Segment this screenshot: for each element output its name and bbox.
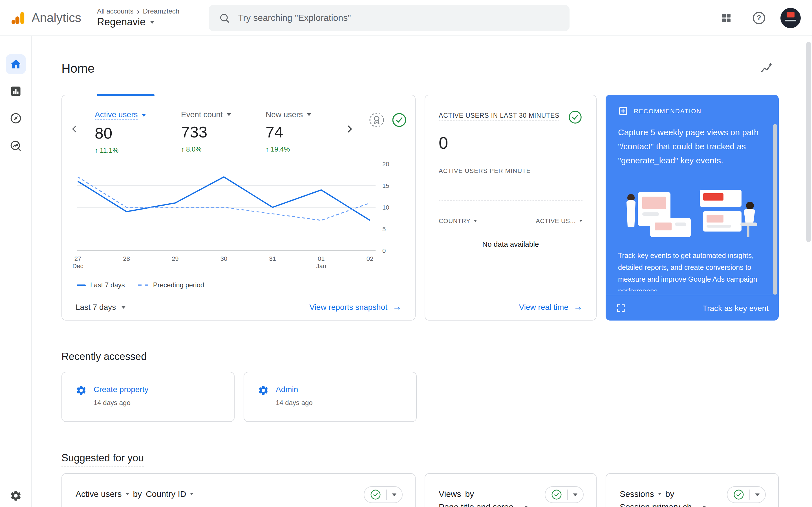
page-scrollbar-thumb[interactable] xyxy=(806,42,811,242)
caret-down-icon xyxy=(658,493,661,495)
dimension-selector[interactable]: Country ID xyxy=(146,487,186,500)
active-users-chart-container: 0510152027Dec2829303101Jan02 xyxy=(73,157,405,275)
nav-explore[interactable] xyxy=(6,108,26,128)
tab-event-count[interactable]: Event count 733 ↑ 8.0% xyxy=(181,110,266,154)
svg-text:30: 30 xyxy=(220,255,227,262)
arrow-right-icon: → xyxy=(573,302,582,312)
active-users-column-header[interactable]: ACTIVE US... xyxy=(536,217,582,224)
legend-label: Preceding period xyxy=(153,281,204,289)
metric-selector[interactable]: Sessions xyxy=(620,487,654,500)
recent-item-create-property[interactable]: Create property 14 days ago xyxy=(61,372,235,422)
global-search[interactable] xyxy=(209,5,569,31)
tab-active-users[interactable]: Active users 80 ↑ 11.1% xyxy=(95,110,181,154)
per-minute-sparkline xyxy=(439,200,582,201)
recommendation-eyebrow: RECOMMENDATION xyxy=(634,108,702,114)
google-analytics-app: Analytics All accounts › Dreamztech Rege… xyxy=(0,0,812,507)
up-arrow-icon: ↑ xyxy=(181,145,185,153)
chart-legend: Last 7 days Preceding period xyxy=(77,281,204,289)
account-avatar[interactable] xyxy=(780,8,801,28)
app-name: Analytics xyxy=(32,10,81,25)
help-button[interactable]: ? xyxy=(748,6,770,29)
card-options-control[interactable] xyxy=(545,486,583,503)
svg-text:Jan: Jan xyxy=(316,263,326,270)
caret-down-icon xyxy=(524,506,528,507)
date-range-label: Last 7 days xyxy=(75,302,116,312)
page-title: Home xyxy=(61,61,94,76)
data-quality-check-icon xyxy=(733,489,744,500)
card-scrollbar-thumb[interactable] xyxy=(773,124,777,295)
metric-selector[interactable]: Views xyxy=(439,487,461,500)
caret-down-icon xyxy=(125,493,129,495)
realtime-header: ACTIVE USERS IN LAST 30 MINUTES xyxy=(439,112,582,124)
arrow-right-icon: → xyxy=(393,302,402,312)
svg-text:10: 10 xyxy=(382,204,389,211)
page-header: Home xyxy=(61,36,778,80)
overview-card-footer: Last 7 days View reports snapshot → xyxy=(75,302,402,312)
add-box-icon xyxy=(618,106,628,116)
property-selector[interactable]: Regenavie xyxy=(97,16,179,28)
column-label: ACTIVE US... xyxy=(536,217,576,224)
tab-label: Event count xyxy=(181,110,223,119)
card-options-control[interactable] xyxy=(727,486,766,503)
metrics-scroll-left-button[interactable] xyxy=(68,122,81,136)
metric-tabs: Active users 80 ↑ 11.1% Event count xyxy=(95,110,333,154)
link-label: View reports snapshot xyxy=(309,302,388,312)
metric-selector[interactable]: Active users xyxy=(75,487,121,500)
metric-delta: ↑ 8.0% xyxy=(181,145,266,153)
breadcrumb-organization[interactable]: Dreamztech xyxy=(143,7,179,15)
nav-advertising[interactable] xyxy=(6,136,26,156)
suggested-title-text: Suggested for you xyxy=(61,452,144,466)
recent-item-label: Admin xyxy=(276,385,313,394)
caret-down-icon xyxy=(573,493,577,496)
recent-item-admin[interactable]: Admin 14 days ago xyxy=(244,372,417,422)
realtime-table-header: COUNTRY ACTIVE US... xyxy=(439,217,582,224)
explore-icon xyxy=(10,112,22,124)
card-options-control[interactable] xyxy=(364,486,403,503)
svg-text:27: 27 xyxy=(74,255,81,262)
svg-text:01: 01 xyxy=(318,255,324,262)
dimension-selector[interactable]: Page title and scree... xyxy=(439,500,520,507)
link-label: View real time xyxy=(519,302,568,312)
chevron-left-icon xyxy=(69,124,80,134)
svg-text:29: 29 xyxy=(172,255,179,262)
benchmark-badge-icon[interactable] xyxy=(369,112,385,128)
caret-down-icon xyxy=(190,493,194,495)
nav-reports[interactable] xyxy=(6,81,26,101)
delta-value: 19.4% xyxy=(271,145,290,153)
nav-home[interactable] xyxy=(6,54,26,74)
caret-down-icon xyxy=(392,493,396,496)
apps-grid-button[interactable] xyxy=(715,6,738,29)
legend-label: Last 7 days xyxy=(90,281,125,289)
realtime-title: ACTIVE USERS IN LAST 30 MINUTES xyxy=(439,112,559,121)
up-arrow-icon: ↑ xyxy=(95,147,98,154)
nav-admin-settings[interactable] xyxy=(6,486,26,506)
date-range-selector[interactable]: Last 7 days xyxy=(75,302,125,312)
search-input[interactable] xyxy=(238,13,559,23)
account-breadcrumb-block: All accounts › Dreamztech Regenavie xyxy=(97,7,179,28)
metric-delta: ↑ 19.4% xyxy=(266,145,333,153)
suggested-card-active-users-by-country: Active users by Country ID xyxy=(61,473,416,507)
view-reports-snapshot-link[interactable]: View reports snapshot → xyxy=(309,302,402,312)
apps-grid-icon xyxy=(721,12,732,23)
caret-down-icon xyxy=(307,113,311,116)
connector-text: by xyxy=(133,487,142,500)
tab-new-users[interactable]: New users 74 ↑ 19.4% xyxy=(266,110,333,154)
metrics-scroll-right-button[interactable] xyxy=(343,122,356,136)
caret-down-icon xyxy=(755,493,760,496)
svg-text:5: 5 xyxy=(382,226,386,233)
track-as-key-event-button[interactable]: Track as key event xyxy=(703,303,769,313)
caret-down-icon xyxy=(579,220,582,222)
dimension-selector[interactable]: Session primary ch... xyxy=(620,500,699,507)
breadcrumb-account[interactable]: All accounts xyxy=(97,7,133,15)
insights-button[interactable] xyxy=(756,57,778,80)
expand-icon[interactable] xyxy=(616,303,626,313)
view-real-time-link[interactable]: View real time → xyxy=(519,302,582,312)
gear-icon xyxy=(258,385,269,396)
data-quality-check-icon[interactable] xyxy=(391,112,407,128)
solid-line-swatch xyxy=(77,284,86,286)
property-name: Regenavie xyxy=(97,16,146,28)
country-column-header[interactable]: COUNTRY xyxy=(439,217,477,224)
recent-item-text: Admin 14 days ago xyxy=(276,385,313,409)
analytics-logo[interactable]: Analytics xyxy=(0,10,81,25)
data-quality-check-icon[interactable] xyxy=(568,110,582,124)
